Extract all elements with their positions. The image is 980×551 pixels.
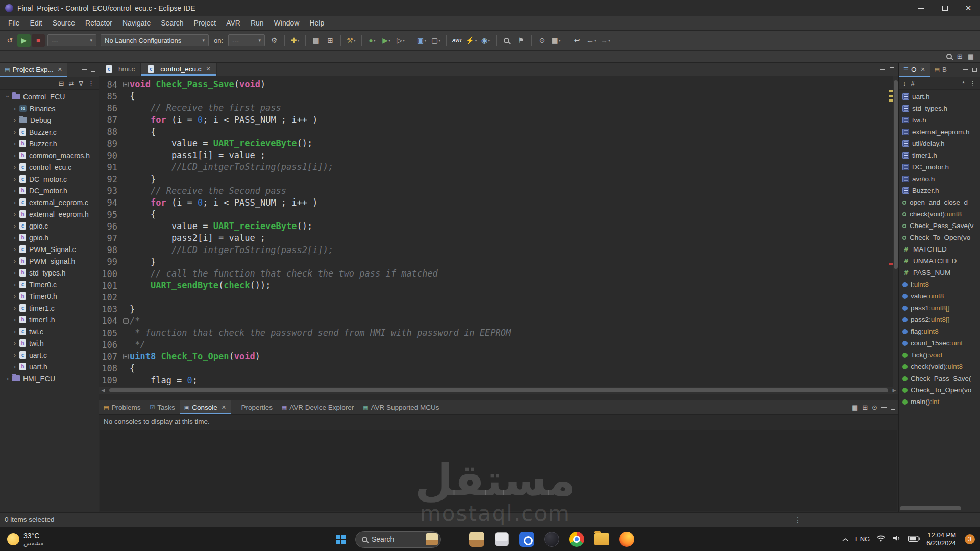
firefox-app-icon[interactable] xyxy=(616,528,638,550)
fold-collapse-icon[interactable]: − xyxy=(123,318,129,324)
line-number[interactable]: 105 xyxy=(99,328,121,338)
build-icon[interactable]: ⚒▾ xyxy=(345,34,358,47)
pin-editor-icon[interactable]: ⊙ xyxy=(535,34,549,47)
error-marker[interactable] xyxy=(889,263,893,265)
avr-flash-icon[interactable]: ⚡▾ xyxy=(464,34,478,47)
battery-icon[interactable] xyxy=(908,535,920,544)
clock[interactable]: 12:04 PM 6/23/2024 xyxy=(926,531,956,547)
code-text[interactable]: void Check_Pass_Save(void) xyxy=(130,79,265,90)
launch-history-combo[interactable]: ---▾ xyxy=(47,34,96,46)
menu-project[interactable]: Project xyxy=(189,16,222,30)
view-menu-icon[interactable]: ⋮ xyxy=(88,80,94,87)
chevron-collapsed-icon[interactable]: › xyxy=(11,116,18,124)
line-number[interactable]: 86 xyxy=(99,103,121,113)
open-perspective-icon[interactable]: ⊞ xyxy=(957,53,963,60)
search-icon[interactable] xyxy=(500,34,513,47)
maximize-view-icon[interactable] xyxy=(91,68,95,72)
tree-item-hmi_ecu[interactable]: ›HMI_ECU xyxy=(0,372,99,384)
code-text[interactable]: { xyxy=(130,209,156,220)
occurrence-marker[interactable] xyxy=(889,90,893,92)
outline-item[interactable]: open_and_close_d xyxy=(899,196,980,208)
code-text[interactable]: //LCD_intgerToString(pass2[i]); xyxy=(130,244,333,256)
minimize-view-icon[interactable] xyxy=(963,69,968,70)
line-number[interactable]: 92 xyxy=(99,174,121,184)
code-text[interactable]: { xyxy=(130,363,135,374)
camera-app-icon[interactable] xyxy=(516,528,538,550)
menu-run[interactable]: Run xyxy=(246,16,269,30)
outline-item[interactable]: main() : int xyxy=(899,396,980,408)
code-text[interactable]: //LCD_intgerToString(pass1[i]); xyxy=(130,161,333,173)
line-number[interactable]: 90 xyxy=(99,151,121,161)
code-text[interactable]: // Receive the Second pass xyxy=(130,185,286,197)
line-number[interactable]: 95 xyxy=(99,210,121,220)
view-menu-icon[interactable]: ⋮ xyxy=(969,80,976,87)
line-number[interactable]: 101 xyxy=(99,281,121,291)
maximize-view-icon[interactable] xyxy=(890,67,894,71)
outline-item[interactable]: check(void) : uint8 xyxy=(899,208,980,220)
tree-item-binaries[interactable]: ›01Binaries xyxy=(0,103,99,114)
line-number[interactable]: 104 xyxy=(99,316,121,326)
outline-item[interactable]: Check_To_Open(vo xyxy=(899,232,980,243)
link-with-editor-icon[interactable]: ⇄ xyxy=(68,80,74,87)
menu-navigate[interactable]: Navigate xyxy=(117,16,156,30)
code-editor[interactable]: 84−void Check_Pass_Save(void)85{86 // Re… xyxy=(99,76,898,387)
chevron-collapsed-icon[interactable]: › xyxy=(11,257,18,265)
search-icon[interactable] xyxy=(946,54,952,59)
weather-widget[interactable]: 33°C مشمس xyxy=(0,532,43,547)
code-text[interactable]: /* xyxy=(130,315,140,327)
code-text[interactable]: } xyxy=(130,173,156,185)
line-number[interactable]: 106 xyxy=(99,340,121,350)
launch-config-combo[interactable]: No Launch Configurations▾ xyxy=(101,34,209,46)
chevron-collapsed-icon[interactable]: › xyxy=(11,304,18,312)
minimize-view-icon[interactable] xyxy=(880,69,885,70)
tree-item-timer0.h[interactable]: ›hTimer0.h xyxy=(0,290,99,302)
outline-item[interactable]: Check_Pass_Save( xyxy=(899,372,980,384)
tree-item-dc_motor.h[interactable]: ›hDC_motor.h xyxy=(0,185,99,196)
line-number[interactable]: 85 xyxy=(99,91,121,102)
tree-item-timer1.h[interactable]: ›htimer1.h xyxy=(0,314,99,325)
line-number[interactable]: 91 xyxy=(99,162,121,172)
tab-problems[interactable]: ▤Problems xyxy=(99,400,145,414)
line-number[interactable]: 103 xyxy=(99,304,121,314)
scrollbar-thumb[interactable] xyxy=(894,80,898,269)
chevron-collapsed-icon[interactable]: › xyxy=(4,374,11,382)
tree-item-timer1.c[interactable]: ›ctimer1.c xyxy=(0,302,99,314)
editor-tab-control_ecu.c[interactable]: ccontrol_ecu.c✕ xyxy=(141,63,217,76)
code-text[interactable]: pass1[i] = value ; xyxy=(130,149,265,161)
chevron-collapsed-icon[interactable]: › xyxy=(11,175,18,183)
code-text[interactable]: // call the function that check the two … xyxy=(130,268,438,280)
code-text[interactable]: * function that check the password send … xyxy=(130,327,511,339)
outline-item[interactable]: #PASS_NUM xyxy=(899,267,980,279)
tab-project-explorer[interactable]: ▤ Project Exp... ✕ xyxy=(0,63,67,77)
run-history-icon[interactable]: ▶▾ xyxy=(380,34,393,47)
start-button[interactable] xyxy=(331,529,351,549)
tree-item-debug[interactable]: ›Debug xyxy=(0,114,99,126)
fold-collapse-icon[interactable]: − xyxy=(123,82,129,87)
outline-item[interactable]: Check_To_Open(vo xyxy=(899,384,980,396)
collapse-all-icon[interactable]: * xyxy=(962,80,965,87)
outline-item[interactable]: avr/io.h xyxy=(899,173,980,185)
code-text[interactable]: } xyxy=(130,304,135,315)
menu-refactor[interactable]: Refactor xyxy=(80,16,117,30)
save-icon[interactable]: ▤ xyxy=(309,34,323,47)
occurrence-marker[interactable] xyxy=(889,99,893,102)
display-console-icon[interactable]: ▦ xyxy=(852,404,858,411)
chevron-collapsed-icon[interactable]: › xyxy=(11,128,18,136)
menu-source[interactable]: Source xyxy=(47,16,80,30)
volume-icon[interactable] xyxy=(892,535,901,544)
chevron-collapsed-icon[interactable]: › xyxy=(11,245,18,253)
menu-search[interactable]: Search xyxy=(156,16,188,30)
menu-help[interactable]: Help xyxy=(304,16,329,30)
code-text[interactable]: for (i = 0; i < PASS_NUM ; i++ ) xyxy=(130,197,318,209)
chevron-collapsed-icon[interactable]: › xyxy=(11,292,18,300)
scroll-right-icon[interactable]: ▶ xyxy=(890,388,898,393)
pin-console-icon[interactable]: ⊙ xyxy=(872,404,877,411)
chevron-collapsed-icon[interactable]: › xyxy=(11,316,18,323)
outline-item[interactable]: external_eeprom.h xyxy=(899,126,980,138)
outline-item[interactable]: value : uint8 xyxy=(899,290,980,302)
launch-settings-gear-icon[interactable]: ⚙ xyxy=(267,34,281,47)
outline-item[interactable]: Tick() : void xyxy=(899,349,980,361)
outline-horizontal-scrollbar[interactable] xyxy=(900,506,961,510)
tab-build-targets[interactable]: ▤ B xyxy=(930,63,951,77)
maximize-view-icon[interactable] xyxy=(891,406,895,410)
